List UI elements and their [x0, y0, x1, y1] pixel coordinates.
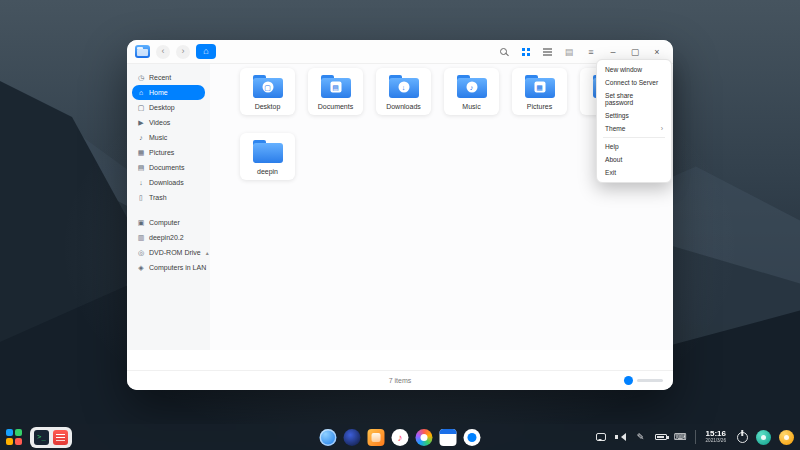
- sidebar-item-dvdrom[interactable]: ◎ DVD-ROM Drive ▲: [132, 245, 205, 260]
- music-player-icon[interactable]: ♪: [392, 429, 409, 446]
- text-editor-icon[interactable]: [53, 430, 68, 445]
- gallery-icon[interactable]: [416, 429, 433, 446]
- terminal-icon[interactable]: >_: [34, 430, 49, 445]
- home-icon: ⌂: [137, 89, 145, 96]
- sidebar-item-label: Downloads: [149, 179, 184, 186]
- folder-icon: ▦: [525, 75, 555, 98]
- eject-icon[interactable]: ▲: [205, 250, 210, 256]
- chat-icon[interactable]: [595, 431, 607, 443]
- power-icon[interactable]: [736, 431, 748, 443]
- edit-icon[interactable]: ✎: [635, 431, 647, 443]
- window-options-menu: New window Connect to Server Set share p…: [596, 59, 672, 183]
- folder-icon: ▤: [321, 75, 351, 98]
- scale-slider-handle[interactable]: [624, 376, 633, 385]
- folder-icon: [253, 140, 283, 163]
- keyboard-icon[interactable]: ⌨: [675, 431, 687, 443]
- clock[interactable]: 15:16 2021/3/26: [706, 430, 726, 444]
- sidebar-item-label: Computer: [149, 219, 180, 226]
- folder-music[interactable]: ♪ Music: [444, 68, 499, 115]
- sidebar-item-computers-in-lan[interactable]: ◈ Computers in LAN: [132, 260, 205, 275]
- system-tray: ✎ ⌨ 15:16 2021/3/26: [595, 430, 794, 445]
- folder-name: Downloads: [386, 103, 421, 110]
- music-icon: ♪: [137, 134, 145, 141]
- network-icon: ◈: [137, 264, 145, 272]
- sidebar-item-trash[interactable]: ▯ Trash: [132, 190, 205, 205]
- menu-item-exit[interactable]: Exit: [597, 166, 671, 179]
- sidebar-item-label: Home: [149, 89, 168, 96]
- sidebar-item-music[interactable]: ♪ Music: [132, 130, 205, 145]
- menu-item-help[interactable]: Help: [597, 140, 671, 153]
- disc-icon: ◎: [137, 249, 145, 257]
- file-manager-app-icon: [135, 45, 150, 58]
- sidebar-item-label: Documents: [149, 164, 184, 171]
- sidebar-item-recent[interactable]: ◷ Recent: [132, 70, 205, 85]
- launcher-icon[interactable]: [6, 429, 23, 446]
- desktop-icon: ▢: [137, 104, 145, 112]
- menu-separator: [603, 137, 665, 138]
- menu-item-connect-to-server[interactable]: Connect to Server: [597, 76, 671, 89]
- appstore-icon[interactable]: [368, 429, 385, 446]
- detail-view-icon[interactable]: ▤: [561, 44, 577, 60]
- sidebar-item-videos[interactable]: ▶ Videos: [132, 115, 205, 130]
- menu-item-settings[interactable]: Settings: [597, 109, 671, 122]
- music-emblem-icon: ♪: [466, 82, 477, 93]
- notification-icon[interactable]: [779, 430, 794, 445]
- titlebar[interactable]: ‹ › ⌂ ▤ ≡ – ▢ ×: [127, 40, 673, 64]
- calendar-icon[interactable]: [440, 429, 457, 446]
- file-manager-window: ‹ › ⌂ ▤ ≡ – ▢ × ◷ Recent ⌂ Home ▢ Deskto…: [127, 40, 673, 390]
- menu-item-new-window[interactable]: New window: [597, 63, 671, 76]
- folder-name: Documents: [318, 103, 353, 110]
- menu-item-theme[interactable]: Theme ›: [597, 122, 671, 135]
- list-view-icon[interactable]: [539, 44, 555, 60]
- sidebar-item-documents[interactable]: ▤ Documents: [132, 160, 205, 175]
- sidebar-item-label: DVD-ROM Drive: [149, 249, 201, 256]
- control-center-icon[interactable]: [464, 429, 481, 446]
- back-button[interactable]: ‹: [156, 45, 170, 59]
- sidebar-item-home[interactable]: ⌂ Home: [132, 85, 205, 100]
- time-label: 15:16: [706, 430, 726, 438]
- folder-documents[interactable]: ▤ Documents: [308, 68, 363, 115]
- sidebar-item-pictures[interactable]: ▦ Pictures: [132, 145, 205, 160]
- trash-icon: ▯: [137, 194, 145, 202]
- folder-pictures[interactable]: ▦ Pictures: [512, 68, 567, 115]
- folder-desktop[interactable]: ▢ Desktop: [240, 68, 295, 115]
- minimize-button[interactable]: –: [605, 44, 621, 60]
- folder-downloads[interactable]: ↓ Downloads: [376, 68, 431, 115]
- folder-name: Desktop: [255, 103, 281, 110]
- search-icon[interactable]: [495, 44, 511, 60]
- icon-scale-slider[interactable]: [624, 376, 663, 385]
- sidebar-item-label: Pictures: [149, 149, 174, 156]
- menu-icon[interactable]: ≡: [583, 44, 599, 60]
- home-location-button[interactable]: ⌂: [196, 44, 216, 59]
- globe-dark-icon[interactable]: [344, 429, 361, 446]
- close-button[interactable]: ×: [649, 44, 665, 60]
- volume-icon[interactable]: [615, 431, 627, 443]
- grid-view-icon[interactable]: [517, 44, 533, 60]
- assistant-icon[interactable]: [756, 430, 771, 445]
- sidebar-item-deepin-disk[interactable]: ▥ deepin20.2: [132, 230, 205, 245]
- folder-name: Pictures: [527, 103, 552, 110]
- item-count-label: 7 items: [389, 377, 412, 384]
- scale-slider-track[interactable]: [637, 379, 663, 382]
- menu-item-set-share-password[interactable]: Set share password: [597, 89, 671, 109]
- document-emblem-icon: ▤: [330, 82, 341, 93]
- battery-icon[interactable]: [655, 431, 667, 443]
- sidebar-item-label: Computers in LAN: [149, 264, 206, 271]
- menu-item-label: Theme: [605, 125, 626, 132]
- maximize-button[interactable]: ▢: [627, 44, 643, 60]
- dock-center-apps: ♪: [320, 429, 481, 446]
- folder-deepin[interactable]: deepin: [240, 133, 295, 180]
- date-label: 2021/3/26: [706, 439, 726, 444]
- computer-icon: ▣: [137, 219, 145, 227]
- browser-icon[interactable]: [320, 429, 337, 446]
- sidebar-item-label: Trash: [149, 194, 167, 201]
- forward-button[interactable]: ›: [176, 45, 190, 59]
- sidebar-item-label: Music: [149, 134, 167, 141]
- menu-item-about[interactable]: About: [597, 153, 671, 166]
- sidebar-item-computer[interactable]: ▣ Computer: [132, 215, 205, 230]
- sidebar-item-downloads[interactable]: ↓ Downloads: [132, 175, 205, 190]
- sidebar-item-desktop[interactable]: ▢ Desktop: [132, 100, 205, 115]
- download-emblem-icon: ↓: [398, 82, 409, 93]
- dock: >_ ♪ ✎ ⌨ 15:16 2021/3/26: [0, 424, 800, 450]
- running-apps-group: >_: [30, 427, 72, 448]
